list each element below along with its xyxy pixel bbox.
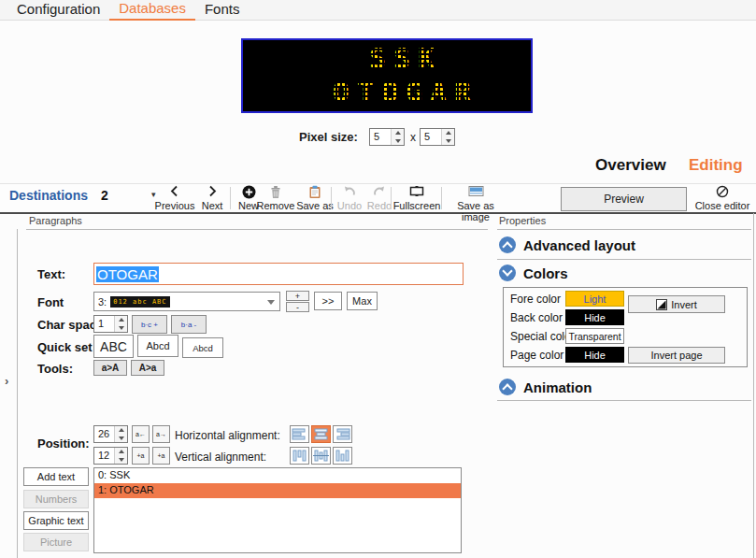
main-tabbar: Configuration Databases Fonts xyxy=(0,0,756,21)
lowercase-to-uppercase-button[interactable]: a>A xyxy=(93,360,127,376)
previous-button[interactable]: Previous xyxy=(153,184,196,212)
char-space-decrease-button[interactable]: b·a - xyxy=(171,315,207,334)
align-right-button[interactable] xyxy=(333,425,352,443)
position-y-arrows[interactable] xyxy=(114,448,127,464)
invert-button[interactable]: Invert xyxy=(628,295,725,313)
advanced-layout-collapse-icon[interactable] xyxy=(499,236,516,253)
destinations-count: 2 xyxy=(101,188,108,203)
fore-color-value-button[interactable]: Light xyxy=(565,291,624,307)
uppercase-to-lowercase-button[interactable]: A>a xyxy=(131,360,164,376)
paragraphs-left-border xyxy=(17,229,18,558)
invert-icon xyxy=(656,299,667,310)
special-color-value-button[interactable]: Transparent xyxy=(565,328,624,344)
fullscreen-label: Fullscreen xyxy=(392,200,441,211)
font-expand-button[interactable]: >> xyxy=(314,292,342,310)
led-sign-editor-window: Configuration Databases Fonts SSK OTOGAR… xyxy=(0,0,756,558)
advanced-layout-section-header[interactable]: Advanced layout xyxy=(523,237,635,253)
align-bottom-button[interactable] xyxy=(333,447,352,465)
paragraph-list: 0: SSK 1: OTOGAR xyxy=(93,467,462,553)
position-y-stepper[interactable]: 12 xyxy=(93,447,128,465)
move-text-up-button[interactable]: +a xyxy=(132,447,150,465)
paragraphs-group-title: Paragraphs xyxy=(29,215,82,226)
align-center-icon xyxy=(313,428,329,440)
font-size-plus-button[interactable]: + xyxy=(286,291,309,301)
save-as-image-button[interactable]: Save as image xyxy=(445,184,506,212)
colors-section-header[interactable]: Colors xyxy=(523,265,568,281)
properties-rule xyxy=(497,229,751,230)
align-center-button[interactable] xyxy=(311,425,331,443)
picture-button[interactable]: Picture xyxy=(23,533,89,551)
font-label: Font xyxy=(37,295,64,309)
quick-set-small-button[interactable]: Abcd xyxy=(182,337,223,358)
tab-fonts[interactable]: Fonts xyxy=(195,1,250,20)
pixel-height-value: 5 xyxy=(421,129,441,145)
next-button[interactable]: Next xyxy=(198,184,226,212)
numbers-button[interactable]: Numbers xyxy=(23,490,89,508)
led-display-preview: SSK OTOGAR xyxy=(241,38,533,113)
position-label: Position: xyxy=(37,436,90,451)
close-editor-label: Close editor xyxy=(693,200,751,211)
text-input[interactable]: OTOGAR xyxy=(93,263,464,285)
tab-databases[interactable]: Databases xyxy=(109,0,195,21)
preview-button[interactable]: Preview xyxy=(561,187,687,211)
panel-expander-icon[interactable]: › xyxy=(5,374,8,388)
led-line-1: SSK xyxy=(243,42,531,75)
quick-set-large-button[interactable]: ABC xyxy=(93,335,134,358)
char-space-value: 1 xyxy=(94,316,114,332)
align-middle-icon xyxy=(313,450,329,462)
position-x-stepper[interactable]: 26 xyxy=(93,425,128,443)
pixel-width-arrows[interactable] xyxy=(391,129,404,145)
quick-set-label: Quick set xyxy=(37,340,93,354)
back-color-label: Back color xyxy=(510,311,563,324)
tools-label: Tools: xyxy=(37,362,73,376)
fullscreen-button[interactable]: Fullscreen xyxy=(392,184,441,212)
pixel-width-stepper[interactable]: 5 xyxy=(369,128,405,146)
add-text-button[interactable]: Add text xyxy=(23,467,89,486)
font-max-button[interactable]: Max xyxy=(347,292,378,310)
fore-color-label: Fore color xyxy=(510,293,561,306)
align-middle-button[interactable] xyxy=(311,447,331,465)
align-left-button[interactable] xyxy=(290,425,309,443)
save-as-button[interactable]: Save as xyxy=(295,184,335,212)
toolbar-separator xyxy=(230,187,231,209)
remove-button[interactable]: Remove xyxy=(254,184,297,212)
page-color-value-button[interactable]: Hide xyxy=(565,347,624,363)
align-top-button[interactable] xyxy=(290,447,309,465)
char-space-arrows[interactable] xyxy=(114,316,127,332)
move-text-down-button[interactable]: +a xyxy=(152,447,170,465)
pixel-height-stepper[interactable]: 5 xyxy=(420,128,455,146)
toolbar-separator xyxy=(331,187,332,209)
tab-configuration[interactable]: Configuration xyxy=(7,1,109,20)
back-color-value-button[interactable]: Hide xyxy=(565,309,624,325)
trash-icon xyxy=(254,185,297,200)
colors-expand-icon[interactable] xyxy=(499,265,516,281)
pixel-height-arrows[interactable] xyxy=(441,129,454,145)
font-led-preview: 012 abc ABC xyxy=(110,296,169,308)
invert-page-button[interactable]: Invert page xyxy=(628,347,725,364)
save-as-icon xyxy=(295,185,335,200)
quick-set-medium-button[interactable]: Abcd xyxy=(137,335,178,357)
font-dropdown[interactable]: 3: 012 abc ABC xyxy=(93,292,280,311)
tab-editing[interactable]: Editing xyxy=(689,156,743,175)
move-text-right-button[interactable]: a→ xyxy=(152,425,170,443)
animation-collapse-icon[interactable] xyxy=(499,379,516,395)
animation-section-header[interactable]: Animation xyxy=(523,379,592,395)
destinations-selector[interactable]: Destinations 2 xyxy=(9,188,108,203)
position-y-value: 12 xyxy=(94,448,114,464)
font-size-minus-button[interactable]: - xyxy=(286,302,309,312)
undo-button[interactable]: Undo xyxy=(335,184,364,212)
fullscreen-icon xyxy=(392,185,441,200)
editor-toolbar: Destinations 2 ▾ Previous Next New xyxy=(0,183,756,214)
list-item-selected[interactable]: 1: OTOGAR xyxy=(94,483,461,498)
list-item[interactable]: 0: SSK xyxy=(94,468,461,483)
char-space-stepper[interactable]: 1 xyxy=(93,315,128,333)
move-text-left-button[interactable]: a← xyxy=(132,425,150,443)
graphic-text-button[interactable]: Graphic text xyxy=(23,511,89,530)
close-editor-button[interactable]: Close editor xyxy=(693,184,751,212)
tab-overview[interactable]: Overview xyxy=(595,156,666,175)
properties-group-title: Properties xyxy=(499,215,546,226)
position-x-arrows[interactable] xyxy=(114,426,127,442)
pixel-width-value: 5 xyxy=(370,129,391,145)
close-editor-icon xyxy=(693,185,751,200)
char-space-increase-button[interactable]: b·c + xyxy=(132,315,167,334)
